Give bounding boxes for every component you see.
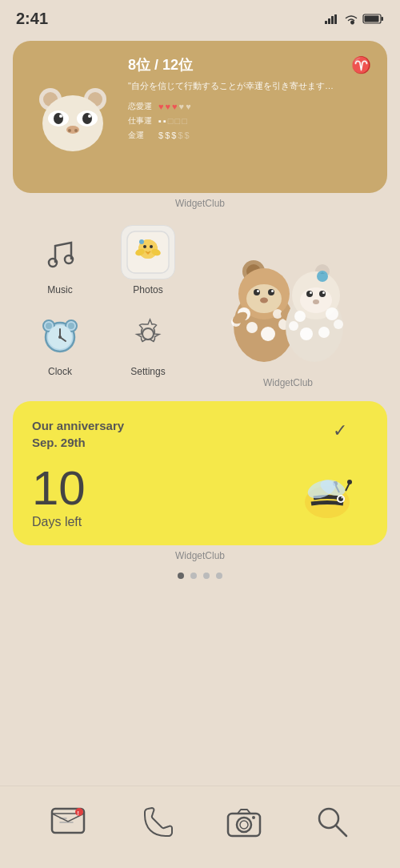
svg-point-69	[46, 323, 52, 329]
svg-point-56	[310, 291, 312, 294]
app-grid: Music Photos	[0, 217, 400, 396]
svg-point-14	[54, 113, 63, 124]
phone-dock-icon[interactable]	[134, 799, 178, 844]
anniversary-title: Our anniversary Sep. 29th	[32, 417, 368, 451]
svg-point-55	[319, 291, 326, 297]
svg-point-44	[261, 327, 275, 341]
page-dot-4[interactable]	[216, 573, 222, 579]
horoscope-content: 8位 / 12位 ♈ "自分を信じて行動することが幸運を引き寄せます… 恋愛運 …	[128, 55, 371, 179]
search-dock-icon[interactable]	[310, 799, 354, 844]
anniversary-widget[interactable]: Our anniversary Sep. 29th ✓ 10 Days left	[13, 401, 387, 545]
svg-point-17	[88, 115, 91, 118]
stat-row-love: 恋愛運 ♥ ♥ ♥ ♥ ♥	[128, 101, 371, 112]
clock-app[interactable]: Clock	[16, 307, 104, 377]
signal-icon	[325, 14, 339, 24]
horoscope-stats: 恋愛運 ♥ ♥ ♥ ♥ ♥ 仕事運 ▪ ▪ □ □ □	[128, 101, 371, 141]
photos-app[interactable]: Photos	[104, 225, 192, 295]
status-icons	[325, 14, 384, 25]
svg-point-92	[240, 821, 248, 829]
page-dot-2[interactable]	[190, 573, 197, 579]
rilakkuma-svg	[220, 238, 356, 374]
page-dots	[0, 573, 400, 579]
svg-point-91	[237, 818, 251, 832]
svg-point-54	[306, 291, 313, 297]
bear-face	[29, 55, 117, 179]
clock-label: Clock	[48, 366, 72, 377]
horoscope-rank: 8位 / 12位 ♈	[128, 55, 371, 74]
stat-row-work: 仕事運 ▪ ▪ □ □ □	[128, 115, 371, 127]
svg-point-65	[326, 307, 338, 320]
svg-point-63	[318, 327, 330, 338]
svg-rect-5	[382, 17, 384, 21]
svg-rect-2	[331, 16, 334, 24]
horoscope-widget[interactable]: 8位 / 12位 ♈ "自分を信じて行動することが幸運を引き寄せます… 恋愛運 …	[13, 41, 387, 193]
music-icon[interactable]	[33, 225, 87, 279]
svg-point-37	[268, 289, 274, 295]
battery-icon	[363, 14, 384, 24]
bear-face-svg	[33, 77, 113, 157]
svg-point-16	[59, 115, 62, 118]
svg-point-38	[257, 290, 259, 292]
bee-decoration	[291, 470, 363, 529]
settings-icon[interactable]	[121, 307, 175, 361]
anniversary-widget-label: WidgetClub	[0, 550, 400, 561]
page-dot-3[interactable]	[203, 573, 210, 579]
messages-dock-icon[interactable]: !	[46, 799, 90, 844]
photos-icon[interactable]	[121, 225, 175, 279]
clock-icon[interactable]	[33, 307, 87, 361]
horoscope-quote: "自分を信じて行動することが幸運を引き寄せます…	[128, 79, 371, 93]
dock: !	[0, 786, 400, 868]
svg-point-61	[289, 321, 298, 331]
svg-line-95	[336, 826, 346, 836]
svg-text:!: !	[78, 810, 79, 816]
music-app[interactable]: Music	[16, 225, 104, 295]
photos-label: Photos	[133, 284, 162, 295]
page-dot-1[interactable]	[178, 573, 184, 579]
rilakkuma-widget[interactable]: WidgetClub	[192, 225, 384, 388]
svg-point-74	[58, 336, 62, 339]
svg-point-30	[139, 239, 144, 244]
svg-point-64	[334, 319, 343, 329]
svg-point-57	[322, 291, 325, 294]
svg-rect-3	[334, 14, 337, 24]
svg-point-62	[300, 328, 313, 340]
svg-point-20	[74, 129, 78, 132]
svg-point-19	[68, 129, 71, 132]
settings-label: Settings	[130, 366, 165, 377]
svg-point-79	[342, 497, 343, 499]
status-bar: 2:41	[0, 0, 400, 33]
settings-app[interactable]: Settings	[104, 307, 192, 377]
checkmark-decoration: ✓	[333, 420, 347, 441]
horoscope-widget-label: WidgetClub	[0, 198, 400, 209]
svg-point-43	[246, 322, 258, 333]
svg-point-27	[150, 245, 153, 248]
svg-point-39	[271, 290, 274, 292]
svg-point-70	[68, 323, 74, 329]
svg-point-40	[260, 298, 268, 303]
svg-point-83	[347, 480, 352, 484]
svg-point-36	[254, 289, 260, 295]
svg-rect-6	[365, 16, 379, 22]
music-label: Music	[47, 284, 72, 295]
svg-rect-1	[328, 18, 330, 24]
svg-rect-0	[325, 21, 327, 24]
rilakkuma-label: WidgetClub	[263, 377, 313, 388]
svg-point-75	[142, 328, 154, 340]
stat-row-money: 金運 $ $ $ $ $	[128, 130, 371, 141]
svg-point-88	[75, 808, 83, 816]
camera-dock-icon[interactable]	[222, 799, 266, 844]
svg-point-15	[82, 113, 92, 124]
svg-point-26	[143, 245, 146, 248]
status-time: 2:41	[16, 10, 48, 28]
svg-point-60	[294, 311, 306, 322]
svg-point-93	[252, 816, 255, 819]
wifi-icon	[344, 14, 358, 25]
svg-point-58	[313, 299, 319, 304]
